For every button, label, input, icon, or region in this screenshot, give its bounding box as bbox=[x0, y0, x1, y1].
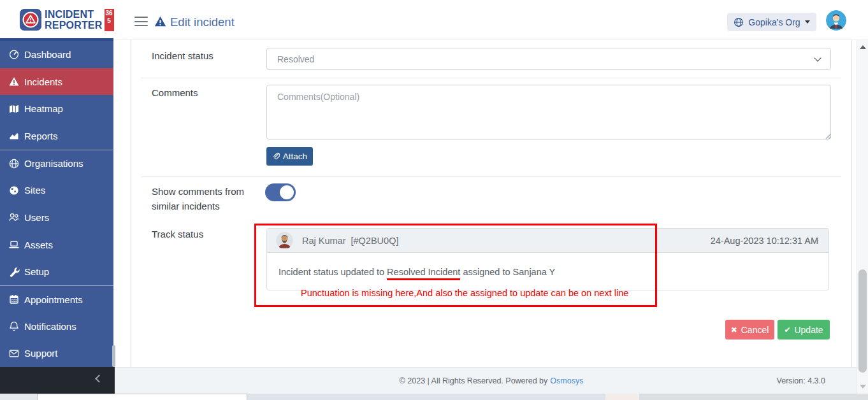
sidebar-item-label: Appointments bbox=[24, 294, 83, 305]
chevron-left-icon bbox=[95, 375, 103, 383]
sidebar-item-support[interactable]: Support bbox=[0, 340, 113, 367]
chevron-down-icon bbox=[814, 54, 821, 61]
wrench-icon bbox=[8, 266, 20, 278]
track-status-label: Track status bbox=[152, 229, 203, 239]
commenter-name: Raj Kumar bbox=[302, 236, 346, 246]
paperclip-icon bbox=[272, 152, 280, 161]
scroll-up-arrow-icon[interactable] bbox=[860, 45, 866, 49]
calendar-icon bbox=[8, 294, 20, 305]
sidebar-collapse-button[interactable] bbox=[0, 367, 115, 394]
comment-card-header: Raj Kumar [#Q2BU0Q] 24-Aug-2023 10:12:31… bbox=[267, 229, 828, 253]
sidebar-item-label: Support bbox=[24, 348, 58, 359]
sidebar-item-label: Incidents bbox=[24, 76, 62, 87]
sidebar-item-heatmap[interactable]: Heatmap bbox=[0, 95, 113, 122]
toggle-knob bbox=[280, 185, 294, 199]
org-selector[interactable]: Gopika's Org bbox=[727, 13, 816, 31]
edit-incident-warning-icon bbox=[154, 16, 166, 27]
track-status-comment-card: Raj Kumar [#Q2BU0Q] 24-Aug-2023 10:12:31… bbox=[266, 228, 829, 290]
sidebar-item-label: Organisations bbox=[24, 158, 83, 169]
comment-timestamp: 24-Aug-2023 10:12:31 AM bbox=[711, 236, 818, 246]
incident-reporter-logo-icon bbox=[20, 9, 41, 31]
comment-text-suffix: assigned to Sanjana Y bbox=[460, 267, 555, 277]
sidebar-scrollbar-thumb[interactable] bbox=[112, 345, 115, 367]
sidebar-item-label: Setup bbox=[24, 266, 49, 277]
incident-reference: [#Q2BU0Q] bbox=[351, 236, 399, 246]
sidebar-item-label: Heatmap bbox=[24, 103, 63, 114]
sidebar-item-organisations[interactable]: Organisations bbox=[0, 150, 113, 177]
sidebar-item-appointments[interactable]: Appointments bbox=[0, 285, 113, 313]
sidebar-item-label: Users bbox=[24, 212, 49, 223]
check-icon: ✔ bbox=[784, 325, 790, 334]
brand-underline bbox=[0, 38, 113, 41]
update-button-label: Update bbox=[794, 325, 823, 335]
envelope-icon bbox=[8, 348, 20, 359]
sidebar-item-dashboard[interactable]: Dashboard bbox=[0, 41, 113, 68]
divider bbox=[141, 78, 841, 78]
sidebar-item-label: Assets bbox=[24, 239, 53, 250]
sidebar-item-label: Sites bbox=[24, 185, 45, 196]
update-button[interactable]: ✔ Update bbox=[778, 320, 830, 339]
scrollbar-thumb[interactable] bbox=[858, 269, 867, 373]
background-window-strip bbox=[0, 394, 868, 400]
commenter-avatar bbox=[276, 232, 293, 249]
brand-title: INCIDENT REPORTER bbox=[45, 9, 103, 31]
sidebar-item-label: Reports bbox=[24, 131, 58, 141]
comment-body: Incident status updated to Resolved Inci… bbox=[267, 253, 828, 290]
incidents-warning-icon bbox=[8, 76, 20, 87]
org-name-label: Gopika's Org bbox=[748, 17, 800, 27]
sidebar-item-incidents[interactable]: Incidents bbox=[0, 68, 113, 96]
comment-text-highlighted: Resolved Incident bbox=[387, 267, 460, 280]
brand-badge-365: 365 bbox=[105, 9, 114, 31]
sidebar-item-label: Dashboard bbox=[24, 49, 71, 60]
show-comments-label-line1: Show comments from bbox=[152, 186, 244, 197]
chart-area-icon bbox=[8, 130, 20, 141]
dashboard-icon bbox=[8, 48, 20, 60]
attach-button[interactable]: Attach bbox=[266, 147, 313, 166]
top-header: INCIDENT REPORTER 365 Edit incident Gopi… bbox=[0, 0, 868, 40]
show-comments-toggle[interactable] bbox=[265, 183, 296, 201]
sidebar-item-assets[interactable]: Assets bbox=[0, 231, 113, 259]
sidebar-item-sites[interactable]: Sites bbox=[0, 176, 113, 204]
scroll-down-arrow-icon[interactable] bbox=[860, 385, 866, 389]
globe-icon bbox=[734, 17, 744, 27]
menu-toggle-icon[interactable] bbox=[134, 17, 148, 27]
cross-icon: ✖ bbox=[731, 325, 737, 334]
map-icon bbox=[8, 103, 20, 115]
globe-icon bbox=[8, 158, 20, 169]
incident-status-select[interactable]: Resolved bbox=[266, 48, 831, 70]
edit-incident-form-card: Incident status Resolved Comments Attach… bbox=[131, 40, 852, 367]
bell-icon bbox=[8, 320, 20, 332]
divider bbox=[141, 176, 841, 177]
user-avatar-image bbox=[826, 10, 846, 31]
annotation-note-text: Punctuation is missing here,And also the… bbox=[301, 288, 628, 298]
app-logo[interactable]: INCIDENT REPORTER 365 bbox=[20, 9, 114, 31]
sidebar-item-reports[interactable]: Reports bbox=[0, 122, 113, 150]
attach-button-label: Attach bbox=[283, 152, 307, 161]
cancel-button-label: Cancel bbox=[741, 325, 769, 335]
app-window: INCIDENT REPORTER 365 Edit incident Gopi… bbox=[0, 0, 868, 400]
page-title: Edit incident bbox=[170, 15, 235, 29]
show-comments-label-line2: similar incidents bbox=[152, 201, 220, 211]
comments-textarea[interactable] bbox=[266, 85, 831, 139]
sidebar-item-users[interactable]: Users bbox=[0, 204, 113, 231]
globe-site-icon bbox=[8, 185, 20, 196]
sidebar-item-setup[interactable]: Setup bbox=[0, 259, 113, 286]
sidebar-nav: Dashboard Incidents Heatmap bbox=[0, 41, 113, 367]
comment-text-prefix: Incident status updated to bbox=[278, 267, 387, 277]
sidebar-item-label: Notifications bbox=[24, 321, 76, 332]
user-avatar[interactable] bbox=[826, 10, 846, 31]
osmosys-link[interactable]: Osmosys bbox=[550, 376, 583, 385]
incident-status-label: Incident status bbox=[152, 50, 213, 61]
sidebar-item-notifications[interactable]: Notifications bbox=[0, 313, 113, 340]
comments-label: Comments bbox=[152, 87, 198, 98]
users-icon bbox=[8, 211, 20, 223]
incident-status-value: Resolved bbox=[277, 54, 815, 64]
copyright-text: © 2023 | All Rights Reserved. Powered by bbox=[400, 376, 548, 385]
version-label: Version: 4.3.0 bbox=[777, 368, 825, 394]
cancel-button[interactable]: ✖ Cancel bbox=[725, 320, 774, 339]
main-scrollbar[interactable] bbox=[857, 40, 868, 394]
laptop-icon bbox=[8, 239, 20, 250]
footer-bar: © 2023 | All Rights Reserved. Powered by… bbox=[115, 367, 868, 394]
chevron-down-icon bbox=[805, 20, 810, 24]
